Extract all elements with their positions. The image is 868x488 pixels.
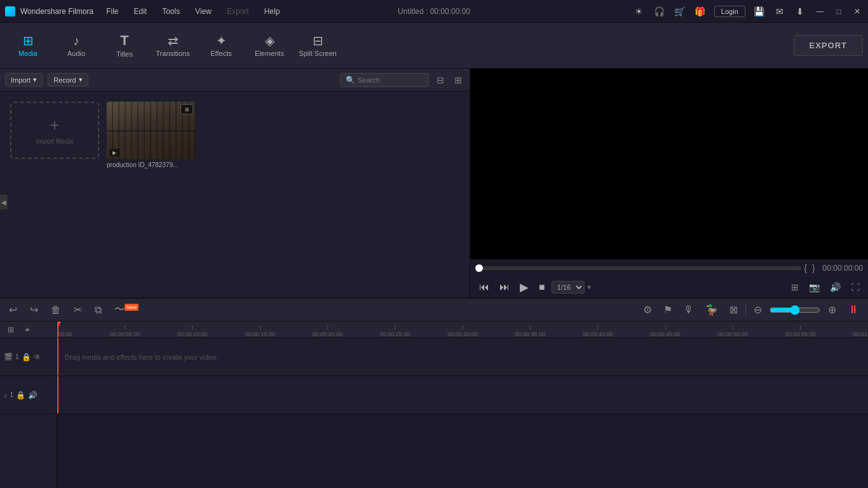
play-button[interactable]: ▶ [516, 279, 532, 295]
toolbar-audio[interactable]: ♪ Audio [53, 25, 99, 66]
media-item[interactable]: ⊞ ▶ production ID_4782379... [107, 102, 196, 168]
ruler-mark: 00:00:20:00 [313, 331, 343, 337]
snap-button[interactable]: ⚙ [639, 302, 656, 317]
mail-icon[interactable]: ✉ [773, 6, 786, 17]
transitions-icon: ⇄ [168, 34, 179, 47]
split-clip-button[interactable]: ⊠ [726, 302, 742, 317]
zoom-slider[interactable] [770, 305, 820, 315]
ruler-mark: 00:00:50:00 [718, 331, 749, 337]
import-media-button[interactable]: + Import Media [10, 102, 99, 159]
app-name: Wondershare Filmora [20, 7, 93, 16]
motion-button[interactable]: 〜New [111, 302, 142, 318]
export-button[interactable]: EXPORT [794, 35, 863, 56]
link-tracks-button[interactable]: ⚭ [20, 324, 34, 336]
effects-icon: ✦ [216, 34, 227, 47]
undo-button[interactable]: ↩ [5, 302, 21, 317]
ruler-mark: 00:00:00:00 [57, 331, 72, 337]
toolbar-separator [745, 304, 746, 316]
new-badge: New [125, 304, 139, 311]
add-to-timeline-icon[interactable]: ⊞ [788, 281, 802, 294]
cart-icon[interactable]: 🛒 [674, 6, 686, 17]
snapshot-icon[interactable]: 📷 [806, 281, 823, 294]
search-input[interactable] [358, 76, 423, 84]
import-chevron-icon: ▾ [33, 76, 37, 84]
ruler-mark: 00:00:05:00 [110, 331, 140, 337]
menu-edit[interactable]: Edit [132, 6, 150, 17]
adjust-button[interactable]: ⧉ [91, 303, 105, 317]
filter-icon[interactable]: ⊟ [434, 74, 447, 86]
video-track-lock-icon[interactable]: 🔒 [22, 353, 31, 362]
download-icon[interactable]: ⬇ [794, 6, 806, 17]
grid-view-icon[interactable]: ⊞ [452, 74, 465, 86]
minimize-button[interactable]: — [814, 7, 827, 16]
audio-track-lane[interactable] [57, 376, 868, 414]
cut-button[interactable]: ✂ [70, 302, 86, 317]
mic-button[interactable]: 🎙 [680, 303, 698, 317]
speed-select[interactable]: 1/16 1/8 1/4 1/2 1 [552, 281, 585, 294]
panel-collapse-arrow[interactable]: ◀ [0, 194, 8, 210]
fullscreen-icon[interactable]: ⛶ [848, 281, 863, 294]
video-track-icon: 🎬 [4, 353, 13, 361]
menu-export[interactable]: Export [224, 6, 252, 17]
toolbar-audio-label: Audio [67, 50, 85, 57]
titles-icon: T [120, 34, 128, 48]
zoom-in-button[interactable]: ⊕ [824, 302, 840, 317]
zoom-out-button[interactable]: ⊖ [750, 302, 766, 317]
toolbar-media[interactable]: ⊞ Media [5, 25, 51, 66]
timeline-toolbar: ↩ ↪ 🗑 ✂ ⧉ 〜New ⚙ ⚑ 🎙 🦆 ⊠ ⊖ ⊕ ⏸ [0, 299, 868, 322]
mark-button[interactable]: ⚑ [660, 302, 676, 317]
splitscreen-icon: ⊟ [313, 34, 323, 47]
toolbar-splitscreen[interactable]: ⊟ Split Screen [295, 25, 341, 66]
delete-button[interactable]: 🗑 [47, 303, 65, 317]
step-back-button[interactable]: ⏮ [475, 280, 493, 294]
ruler-spacer: ⊞ ⚭ [0, 322, 57, 338]
sun-icon[interactable]: ☀ [633, 6, 646, 17]
audio-track-label: 1 [10, 391, 14, 398]
menu-view[interactable]: View [193, 6, 214, 17]
out-point-button[interactable]: } [810, 263, 818, 273]
progress-thumb[interactable] [475, 264, 483, 272]
headphone-icon[interactable]: 🎧 [653, 6, 666, 17]
timeline-main: 00:00:00:0000:00:05:0000:00:10:0000:00:1… [57, 322, 868, 488]
video-track-header: 🎬 1 🔒 👁 [0, 338, 57, 376]
save-icon[interactable]: 💾 [753, 6, 766, 17]
ruler-mark: 00:00:35:00 [515, 331, 546, 337]
progress-track[interactable] [475, 266, 801, 270]
gift-icon[interactable]: 🎁 [694, 6, 707, 17]
step-forward-button[interactable]: ⏭ [496, 280, 513, 294]
in-point-button[interactable]: { [801, 263, 810, 273]
menu-help[interactable]: Help [262, 6, 283, 17]
toolbar-effects[interactable]: ✦ Effects [198, 25, 244, 66]
ruler-mark: 00:00:25:00 [380, 331, 410, 337]
ruler-mark: 00:00:40:00 [583, 331, 613, 337]
maximize-button[interactable]: □ [834, 7, 844, 16]
add-track-button[interactable]: ⊞ [4, 324, 18, 336]
ruler-tick-container: 00:00:00:0000:00:05:0000:00:10:0000:00:1… [57, 322, 868, 337]
import-dropdown[interactable]: Import ▾ [5, 73, 43, 86]
stop-button[interactable]: ■ [535, 280, 549, 294]
audio-track-vol-icon[interactable]: 🔊 [28, 391, 37, 400]
toolbar-titles[interactable]: T Titles [102, 25, 147, 66]
volume-icon[interactable]: 🔊 [827, 281, 844, 294]
video-track-lane[interactable]: Drag media and effects here to create yo… [57, 338, 868, 376]
audio-track-lock-icon[interactable]: 🔒 [16, 391, 25, 400]
timeline-pause-button[interactable]: ⏸ [844, 302, 863, 318]
login-button[interactable]: Login [714, 6, 745, 17]
video-track-eye-icon[interactable]: 👁 [34, 353, 41, 362]
record-dropdown[interactable]: Record ▾ [48, 73, 88, 86]
menu-tools[interactable]: Tools [159, 6, 182, 17]
ruler-mark: 00:00:10:00 [177, 331, 208, 337]
thumb-bottom-icon: ▶ [109, 149, 119, 156]
audio-duck-button[interactable]: 🦆 [702, 302, 722, 317]
close-button[interactable]: ✕ [851, 7, 863, 16]
toolbar-elements[interactable]: ◈ Elements [247, 25, 292, 66]
preview-panel: { } 00:00:00:00 ⏮ ⏭ ▶ ■ 1/16 1/8 1/4 1/2… [470, 69, 868, 297]
toolbar-splitscreen-label: Split Screen [299, 50, 336, 57]
toolbar-transitions[interactable]: ⇄ Transitions [150, 25, 196, 66]
play-small-icon: ▶ [112, 150, 116, 156]
title-timecode: Untitled : 00:00:00:00 [398, 7, 470, 16]
redo-button[interactable]: ↪ [26, 302, 42, 317]
timeline-tracks-panel: ⊞ ⚭ 🎬 1 🔒 👁 ♪ 1 🔒 🔊 [0, 322, 57, 488]
video-playhead-line [57, 338, 58, 376]
menu-file[interactable]: File [104, 6, 121, 17]
